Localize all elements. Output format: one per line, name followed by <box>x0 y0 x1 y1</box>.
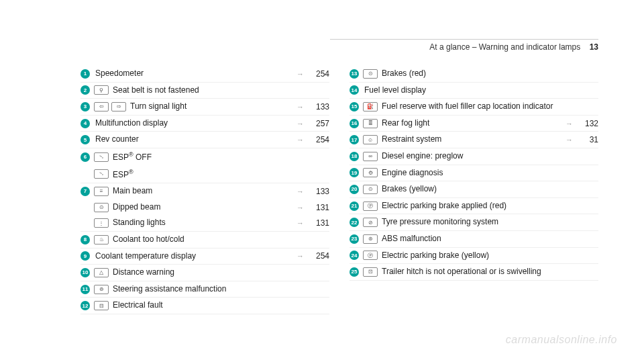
list-item: 9Coolant temperature display→254 <box>80 249 329 265</box>
list-item: ⋮Standing lights→131 <box>80 215 329 232</box>
page-ref-arrow-icon: → <box>297 219 304 227</box>
item-number-badge: 12 <box>80 301 90 310</box>
indicator-icon: ∞ <box>363 152 378 161</box>
item-label: Coolant too hot/cold <box>111 234 329 245</box>
list-item: ␚ESP® <box>80 166 329 184</box>
item-number-badge: 9 <box>80 251 90 261</box>
list-item: 17☺Restraint system→31 <box>350 132 598 148</box>
item-number-badge: 21 <box>350 202 359 211</box>
page-ref-arrow-icon: → <box>566 136 573 144</box>
page-ref-number: 131 <box>309 218 329 228</box>
list-item: 12⊟Electrical fault <box>80 298 329 314</box>
item-label: ESP® OFF <box>111 151 329 163</box>
page-ref-number: 133 <box>309 187 329 196</box>
indicator-icon: Ⓟ <box>363 251 378 260</box>
page-ref-number: 254 <box>309 69 329 79</box>
page-header: At a glance – Warning and indicator lamp… <box>330 39 598 52</box>
item-number-badge: 7 <box>80 187 90 196</box>
list-item: 23⊛ABS malfunction <box>350 231 598 248</box>
list-item: 3⇦⇨Turn signal light→133 <box>80 99 329 116</box>
item-label: Tyre pressure monitoring system <box>380 217 598 228</box>
list-item: 20⊙Brakes (yellow) <box>350 181 598 198</box>
indicator-icon: ⚲ <box>94 85 109 95</box>
page-ref-number: 257 <box>309 119 329 128</box>
item-label: Distance warning <box>111 267 329 278</box>
list-item: 1Speedometer→254 <box>80 66 329 83</box>
list-item: 24ⓅElectric parking brake (yellow) <box>350 248 598 265</box>
header-title: At a glance – Warning and indicator lamp… <box>429 42 580 52</box>
list-item: 16≣Rear fog light→132 <box>350 116 598 132</box>
indicator-icon: ☺ <box>363 135 378 144</box>
item-label: Restraint system <box>380 134 566 145</box>
indicator-icon: Ⓟ <box>363 202 378 211</box>
item-label: Electric parking brake (yellow) <box>380 251 598 261</box>
indicator-icon: ⇦ <box>94 102 109 111</box>
item-number-badge <box>80 218 90 228</box>
indicator-icon: ≡ <box>94 187 109 196</box>
list-item: 21ⓅElectric parking brake applied (red) <box>350 198 598 215</box>
item-number-badge: 13 <box>350 69 359 79</box>
item-label: Steering assistance malfunction <box>111 284 329 295</box>
indicator-icon: ⊡ <box>363 267 378 277</box>
indicator-icon: ⊙ <box>363 185 378 194</box>
page-ref-arrow-icon: → <box>297 252 304 260</box>
indicator-icon: ⇨ <box>111 102 126 111</box>
item-number-badge: 6 <box>80 152 90 162</box>
page-ref-arrow-icon: → <box>297 103 304 111</box>
page-ref-arrow-icon: → <box>297 120 304 128</box>
list-item: 11⊚Steering assistance malfunction <box>80 281 329 298</box>
item-label: Speedometer <box>94 69 297 79</box>
left-column: 1Speedometer→2542⚲Seat belt is not faste… <box>80 66 329 314</box>
indicator-icon: ⋮ <box>94 218 109 228</box>
indicator-icon: ♨ <box>94 235 109 244</box>
item-label: Brakes (yellow) <box>380 184 598 195</box>
item-number-badge: 15 <box>350 102 359 111</box>
page-ref-number: 31 <box>578 135 598 144</box>
header-page-number: 13 <box>590 42 598 52</box>
item-label: Turn signal light <box>129 101 297 112</box>
item-number-badge: 8 <box>80 235 90 244</box>
item-label: Fuel reserve with fuel filler cap locati… <box>380 101 598 112</box>
item-label: Trailer hitch is not operational or is s… <box>380 267 598 277</box>
item-number-badge: 24 <box>350 251 359 260</box>
indicator-icon: ␚ <box>94 169 109 179</box>
page-ref-arrow-icon: → <box>297 136 304 144</box>
item-number-badge: 11 <box>80 285 90 294</box>
watermark: carmanualsonline.info <box>506 334 617 346</box>
indicator-icon: ⚙ <box>363 168 378 177</box>
item-number-badge: 14 <box>350 85 359 95</box>
page-ref-arrow-icon: → <box>297 204 304 212</box>
item-number-badge: 10 <box>80 268 90 277</box>
item-number-badge: 19 <box>350 168 359 177</box>
item-number-badge: 20 <box>350 185 359 194</box>
page-ref-arrow-icon: → <box>566 120 573 128</box>
item-number-badge: 23 <box>350 234 359 244</box>
indicator-icon: ⊙ <box>94 203 109 212</box>
page-ref-number: 131 <box>309 203 329 212</box>
indicator-icon: ⊟ <box>94 301 109 310</box>
list-item: 15⛽Fuel reserve with fuel filler cap loc… <box>350 99 598 116</box>
indicator-icon: ⊚ <box>94 285 109 294</box>
list-item: 5Rev counter→254 <box>80 132 329 148</box>
indicator-icon: △ <box>94 268 109 277</box>
item-number-badge <box>80 169 90 179</box>
right-column: 13⊙Brakes (red)14Fuel level display15⛽Fu… <box>350 66 598 314</box>
page-ref-arrow-icon: → <box>297 70 304 78</box>
list-item: 2⚲Seat belt is not fastened <box>80 83 329 99</box>
list-item: 14Fuel level display <box>350 83 598 99</box>
list-item: 6␚ESP® OFF <box>80 148 329 166</box>
indicator-icon: ⊙ <box>363 69 378 79</box>
indicator-icon: ≣ <box>363 119 378 128</box>
list-item: 10△Distance warning <box>80 265 329 281</box>
item-number-badge: 22 <box>350 218 359 227</box>
content-columns: 1Speedometer→2542⚲Seat belt is not faste… <box>80 66 598 314</box>
indicator-icon: ⛽ <box>363 102 378 111</box>
item-label: Dipped beam <box>111 202 297 213</box>
item-number-badge <box>80 203 90 212</box>
list-item: 8♨Coolant too hot/cold <box>80 232 329 249</box>
page-ref-number: 254 <box>309 135 329 144</box>
list-item: 22⊘Tyre pressure monitoring system <box>350 214 598 231</box>
indicator-icon: ␚ <box>94 152 109 162</box>
item-label: Electric parking brake applied (red) <box>380 201 598 212</box>
item-number-badge: 25 <box>350 267 359 277</box>
